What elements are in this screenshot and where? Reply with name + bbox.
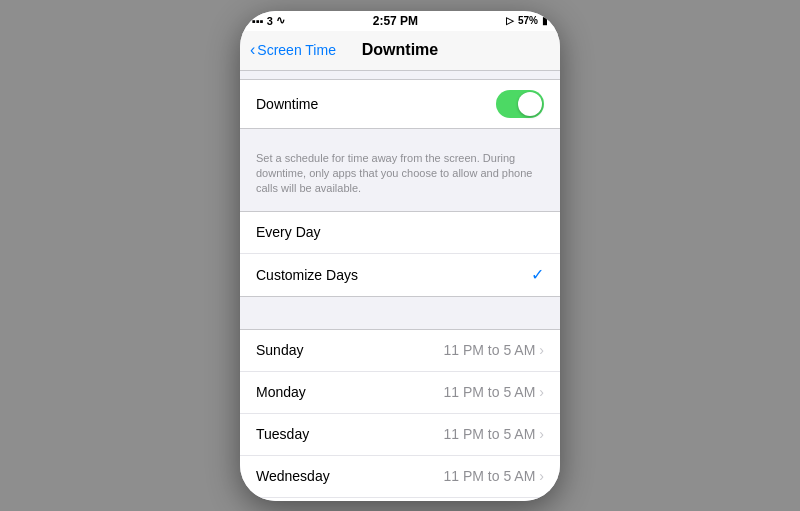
checkmark-icon: ✓ (531, 265, 544, 284)
downtime-toggle-section: Downtime (240, 79, 560, 129)
every-day-row[interactable]: Every Day (240, 212, 560, 254)
wifi-icon: ∿ (276, 14, 285, 27)
carrier-label: 3 (267, 15, 273, 27)
day-label: Sunday (256, 342, 303, 358)
day-label: Monday (256, 384, 306, 400)
chevron-right-icon: › (539, 342, 544, 358)
status-bar: ▪▪▪ 3 ∿ 2:57 PM ▷ 57% ▮ (240, 11, 560, 31)
chevron-right-icon: › (539, 384, 544, 400)
day-row[interactable]: Monday11 PM to 5 AM› (240, 372, 560, 414)
downtime-toggle[interactable] (496, 90, 544, 118)
battery-level: 57% (518, 15, 538, 26)
back-button[interactable]: ‹ Screen Time (250, 42, 336, 58)
day-value: 11 PM to 5 AM› (444, 426, 545, 442)
day-value: 11 PM to 5 AM› (444, 468, 545, 484)
downtime-footer: Set a schedule for time away from the sc… (240, 145, 560, 211)
location-icon: ▷ (506, 15, 514, 26)
time-display: 2:57 PM (373, 14, 418, 28)
day-row[interactable]: Sunday11 PM to 5 AM› (240, 330, 560, 372)
phone-frame: ▪▪▪ 3 ∿ 2:57 PM ▷ 57% ▮ ‹ Screen Time Do… (240, 11, 560, 501)
day-label: Wednesday (256, 468, 330, 484)
day-value: 11 PM to 5 AM› (444, 342, 545, 358)
signal-bars: ▪▪▪ (252, 15, 264, 27)
every-day-label: Every Day (256, 224, 321, 240)
day-label: Tuesday (256, 426, 309, 442)
downtime-toggle-row[interactable]: Downtime (240, 80, 560, 128)
back-label: Screen Time (257, 42, 336, 58)
day-value: 11 PM to 5 AM› (444, 384, 545, 400)
page-title: Downtime (362, 41, 438, 59)
spacer (240, 313, 560, 329)
scroll-content: Downtime Set a schedule for time away fr… (240, 71, 560, 501)
status-left: ▪▪▪ 3 ∿ (252, 14, 285, 27)
day-row[interactable]: Tuesday11 PM to 5 AM› (240, 414, 560, 456)
downtime-label: Downtime (256, 96, 318, 112)
schedule-type-section: Every Day Customize Days ✓ (240, 211, 560, 297)
chevron-right-icon: › (539, 426, 544, 442)
navigation-bar: ‹ Screen Time Downtime (240, 31, 560, 71)
customize-days-row[interactable]: Customize Days ✓ (240, 254, 560, 296)
day-row[interactable]: Thursday11 PM to 5 AM› (240, 498, 560, 501)
day-row[interactable]: Wednesday11 PM to 5 AM› (240, 456, 560, 498)
days-section: Sunday11 PM to 5 AM›Monday11 PM to 5 AM›… (240, 329, 560, 501)
battery-icon: ▮ (542, 15, 548, 26)
back-chevron-icon: ‹ (250, 42, 255, 58)
customize-days-label: Customize Days (256, 267, 358, 283)
status-right: ▷ 57% ▮ (506, 15, 548, 26)
toggle-knob (518, 92, 542, 116)
chevron-right-icon: › (539, 468, 544, 484)
